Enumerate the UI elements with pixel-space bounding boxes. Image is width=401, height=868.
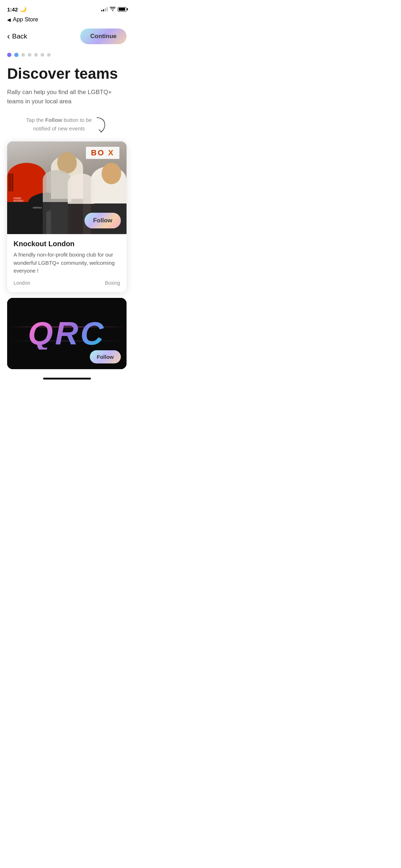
tap-instruction: Tap the Follow button to benotified of n…	[7, 116, 127, 133]
wifi-icon	[110, 7, 115, 12]
back-button[interactable]: ‹ Back	[7, 31, 27, 41]
progress-dots	[0, 50, 134, 66]
card-sport-1: Boxing	[105, 280, 120, 286]
team-card-1: BO X PRIDEB	[7, 141, 127, 292]
card-meta-1: London Boxing	[14, 280, 120, 286]
home-bar	[43, 378, 91, 379]
progress-dot-6	[41, 53, 44, 57]
progress-dot-2	[14, 53, 19, 57]
follow-button-1[interactable]: Follow	[84, 213, 121, 228]
status-time: 1:42 🌙	[7, 6, 27, 12]
curved-arrow-icon	[95, 116, 108, 133]
card-body-1: Knockout London A friendly non-for-profi…	[7, 234, 127, 292]
moon-icon: 🌙	[20, 6, 27, 12]
home-indicator	[0, 375, 134, 384]
follow-button-2[interactable]: Follow	[90, 350, 121, 363]
follow-label-1: Follow	[93, 217, 112, 224]
nav-row: ‹ Back Continue	[0, 26, 134, 50]
card-location-1: London	[14, 280, 30, 286]
progress-dot-1	[7, 53, 11, 57]
progress-dot-5	[34, 53, 38, 57]
card-image: BO X PRIDEB	[7, 141, 127, 234]
tap-prefix: Tap the	[26, 117, 45, 123]
app-store-nav[interactable]: ◀ App Store	[0, 16, 134, 26]
time-label: 1:42	[7, 6, 18, 12]
appstore-back-icon: ◀	[7, 17, 11, 22]
continue-label: Continue	[90, 33, 117, 40]
progress-dot-7	[47, 53, 51, 57]
progress-dot-4	[28, 53, 31, 57]
card-title-1: Knockout London	[14, 240, 120, 248]
status-icons	[101, 7, 127, 12]
card-description-1: A friendly non-for-profit boxing club fo…	[14, 251, 120, 275]
battery-icon	[118, 7, 127, 12]
page-title: Discover teams	[7, 66, 127, 82]
team-card-2: QRC Follow	[7, 298, 127, 369]
continue-button[interactable]: Continue	[80, 29, 127, 44]
page-subtitle: Rally can help you find all the LGBTQ+ t…	[7, 88, 127, 106]
main-content: Discover teams Rally can help you find a…	[0, 66, 134, 369]
card-image-2: QRC Follow	[7, 298, 127, 369]
progress-dot-3	[21, 53, 25, 57]
appstore-back-label: App Store	[13, 16, 38, 23]
back-label: Back	[12, 32, 27, 40]
follow-label-2: Follow	[97, 354, 114, 360]
signal-icon	[101, 7, 108, 11]
tap-bold: Follow	[45, 117, 62, 123]
status-bar: 1:42 🌙	[0, 0, 134, 16]
tap-instruction-text: Tap the Follow button to benotified of n…	[26, 116, 92, 133]
back-icon: ‹	[7, 31, 10, 41]
